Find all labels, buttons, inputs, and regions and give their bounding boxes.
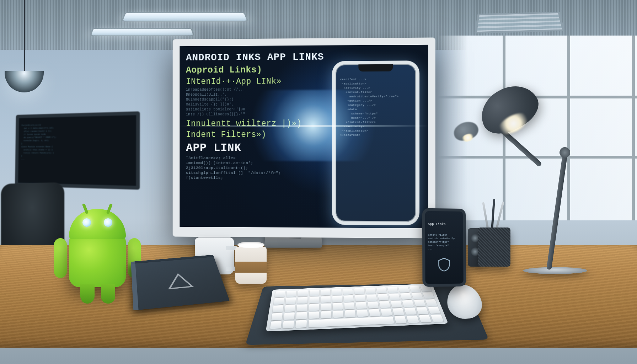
key — [309, 304, 319, 311]
key — [416, 307, 429, 314]
desk-phone-body: intent-filter android:autoVerify scheme=… — [428, 233, 460, 251]
desk-phone: App Links intent-filter android:autoVeri… — [422, 208, 466, 287]
paper-coffee-cup — [235, 247, 267, 284]
phone-mock-code: <manifest ...> <application> <activity .… — [336, 64, 416, 141]
key — [274, 298, 284, 305]
key — [366, 294, 377, 301]
key — [391, 301, 402, 307]
android-leg — [80, 284, 95, 304]
key — [398, 287, 410, 293]
ceiling-light-panel — [123, 13, 247, 21]
key — [431, 315, 444, 322]
pen-holder — [478, 228, 510, 267]
key — [344, 295, 354, 302]
key — [343, 289, 353, 295]
key — [423, 292, 434, 299]
key — [321, 311, 332, 318]
keyboard — [266, 284, 448, 331]
key — [355, 295, 366, 301]
key — [321, 304, 331, 311]
shield-icon — [437, 257, 451, 272]
key — [333, 303, 343, 310]
android-bugdroid-figurine — [51, 203, 144, 309]
key — [392, 308, 405, 315]
key — [381, 309, 392, 316]
key — [275, 291, 285, 298]
key — [344, 303, 355, 309]
phone-notch-icon — [358, 64, 393, 72]
desk-lamp-joint — [560, 147, 570, 158]
key — [369, 309, 380, 316]
key — [409, 286, 421, 292]
key — [286, 291, 296, 297]
key — [285, 305, 295, 312]
key — [407, 316, 419, 323]
key — [297, 297, 307, 304]
main-monitor: ANDROID INKS APP LINKS Aoproid Links) IN… — [173, 38, 435, 239]
background-code: for(i=0;i<n;i++){ let v = data.map(x=>x.… — [18, 115, 136, 168]
key — [333, 311, 344, 318]
key — [402, 300, 414, 307]
pendant-lamp — [24, 0, 25, 71]
key — [309, 297, 319, 304]
key — [376, 287, 387, 293]
android-leg — [101, 284, 115, 304]
key — [298, 290, 308, 296]
key — [368, 301, 379, 308]
key — [270, 321, 282, 329]
key — [297, 304, 307, 311]
key — [354, 288, 364, 294]
android-arm — [54, 238, 67, 278]
key — [284, 312, 295, 320]
hvac-container-icon — [475, 12, 565, 34]
key — [419, 315, 432, 322]
key — [400, 293, 412, 300]
key — [387, 287, 398, 293]
android-eye — [104, 218, 112, 227]
svg-marker-0 — [167, 273, 192, 289]
key — [283, 321, 294, 328]
desk-lamp-base — [523, 267, 588, 274]
key — [379, 301, 391, 308]
key — [395, 316, 407, 323]
key — [309, 311, 319, 319]
ceiling-light-panel — [91, 29, 193, 35]
scene-root: { "image": { "description": "Stylized 3D… — [0, 0, 637, 364]
key — [412, 293, 423, 299]
android-eye — [82, 218, 91, 227]
key — [405, 308, 417, 315]
key — [345, 310, 356, 317]
android-head — [69, 209, 126, 239]
android-body — [69, 234, 126, 287]
key — [295, 320, 306, 328]
desk-phone-screen: App Links intent-filter android:autoVeri… — [425, 211, 464, 281]
phone-mock-in-screen: <manifest ...> <application> <activity .… — [332, 60, 419, 225]
desk-phone-title: App Links — [428, 223, 460, 226]
key — [365, 288, 376, 294]
key — [389, 294, 400, 300]
background-monitor: for(i=0;i<n;i++){ let v = data.map(x=>x.… — [15, 111, 140, 190]
key — [285, 298, 296, 304]
key — [273, 305, 284, 312]
key — [332, 296, 343, 303]
key — [356, 302, 367, 309]
key — [321, 296, 331, 303]
key — [357, 310, 368, 317]
key — [296, 312, 307, 320]
key — [425, 299, 437, 306]
key — [378, 294, 389, 300]
triangle-logo-icon — [164, 271, 196, 291]
key — [271, 313, 283, 321]
book-top — [131, 257, 230, 310]
monitor-screen: ANDROID INKS APP LINKS Aoproid Links) IN… — [180, 45, 428, 228]
key — [414, 300, 426, 306]
key — [321, 289, 330, 296]
key — [428, 307, 440, 314]
key — [309, 290, 319, 296]
key — [332, 289, 342, 295]
